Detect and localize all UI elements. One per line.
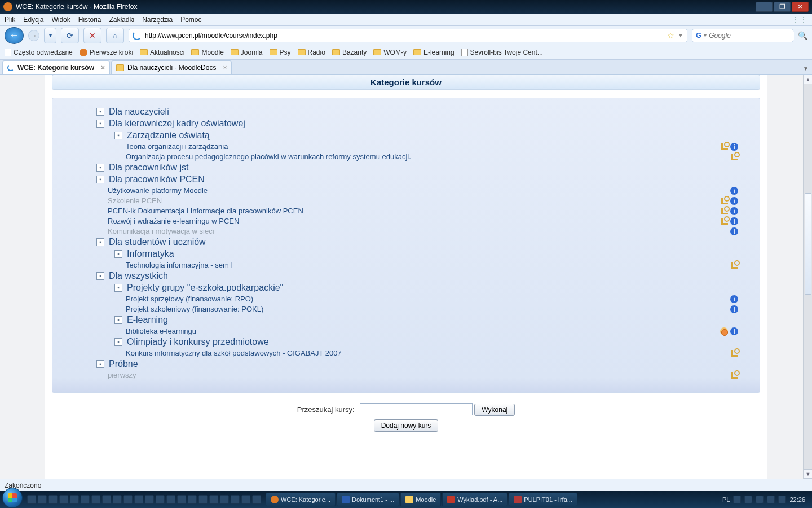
language-indicator[interactable]: PL (722, 496, 730, 503)
bookmark-item[interactable]: Bażanty (332, 49, 367, 56)
start-button[interactable] (2, 488, 23, 508)
collapse-icon[interactable]: ▪ (114, 132, 122, 139)
category-link[interactable]: ▪Projekty grupy "e-szkoła.podkarpackie" (114, 283, 749, 293)
course-link[interactable]: Szkolenie PCENi (108, 196, 749, 205)
tray-icon[interactable] (744, 496, 752, 503)
menu-widok[interactable]: Widok (51, 16, 70, 24)
search-go-button[interactable]: 🔍 (798, 31, 807, 40)
url-history-dropdown[interactable]: ▼ (678, 32, 683, 38)
info-icon[interactable]: i (730, 295, 738, 303)
course-search-button[interactable]: Wykonaj (474, 404, 515, 416)
tab-close-button[interactable]: × (101, 64, 105, 72)
collapse-icon[interactable]: ▪ (114, 284, 122, 292)
category-link[interactable]: ▪E-learning (114, 315, 749, 325)
category-link[interactable]: ▪Dla nauczycieli (96, 107, 749, 117)
address-bar[interactable]: ☆ ▼ (129, 29, 687, 42)
info-icon[interactable]: i (730, 187, 738, 195)
back-button[interactable]: ← (5, 27, 24, 44)
taskbar-button[interactable]: WCE: Kategorie... (266, 493, 336, 506)
quick-launch-icon[interactable] (91, 495, 100, 504)
bookmark-item[interactable]: Sevroll-bis Twoje Cent... (461, 49, 543, 56)
info-icon[interactable]: i (730, 197, 738, 205)
bookmark-item[interactable]: Aktualności (140, 49, 184, 56)
collapse-icon[interactable]: ▪ (96, 238, 104, 246)
minimize-button[interactable]: — (756, 2, 773, 12)
scroll-down-button[interactable]: ▼ (804, 469, 812, 479)
quick-launch-icon[interactable] (209, 495, 218, 504)
quick-launch-icon[interactable] (231, 495, 240, 504)
info-icon[interactable]: i (730, 227, 738, 235)
category-link[interactable]: ▪Dla wszystkich (96, 271, 749, 281)
quick-launch-icon[interactable] (134, 495, 143, 504)
scroll-up-button[interactable]: ▲ (804, 75, 812, 84)
quick-launch-icon[interactable] (38, 495, 47, 504)
quick-launch-icon[interactable] (27, 495, 36, 504)
course-link[interactable]: Organizacja procesu pedagogicznego placó… (126, 152, 749, 161)
taskbar-button[interactable]: Moodle (400, 493, 441, 506)
add-new-course-button[interactable]: Dodaj nowy kurs (374, 419, 439, 432)
info-icon[interactable]: i (730, 217, 738, 225)
course-link[interactable]: Użytkowanie platformy Moodlei (108, 186, 749, 195)
quick-launch-icon[interactable] (123, 495, 133, 504)
course-link[interactable]: Projekt sprzętowy (finansowanie: RPO)i (126, 295, 749, 303)
quick-launch-icon[interactable] (81, 495, 90, 504)
collapse-icon[interactable]: ▪ (96, 164, 104, 172)
category-link[interactable]: ▪Dla pracowników PCEN (96, 174, 749, 185)
quick-launch-icon[interactable] (188, 495, 197, 504)
info-icon[interactable]: i (730, 143, 738, 151)
category-link[interactable]: ▪Olimpiady i konkursy przedmiotowe (114, 337, 749, 347)
bookmark-item[interactable]: Joomla (231, 49, 263, 56)
bookmark-item[interactable]: Pierwsze kroki (80, 49, 133, 56)
course-link[interactable]: Teoria organizacji i zarządzaniai (126, 142, 749, 151)
taskbar-button[interactable]: Wyklad.pdf - A... (442, 493, 508, 506)
category-link[interactable]: ▪Zarządzanie oświatą (114, 130, 749, 141)
course-link[interactable]: Konkurs informatyczny dla szkół podstawo… (126, 349, 749, 357)
course-link[interactable]: PCEN-ik Dokumentacja i Informacje dla pr… (108, 207, 749, 215)
bookmark-item[interactable]: Psy (270, 49, 291, 56)
quick-launch-icon[interactable] (220, 495, 229, 504)
info-icon[interactable]: i (730, 305, 738, 313)
taskbar-button[interactable]: PULPIT01 - Irfa... (509, 493, 577, 506)
search-box[interactable]: G ▾ (692, 29, 793, 42)
course-link[interactable]: pierwszy (108, 371, 749, 379)
tray-icon[interactable] (756, 496, 764, 503)
course-link[interactable]: Biblioteka e-learningui (126, 327, 749, 335)
quick-launch-icon[interactable] (156, 495, 165, 504)
menu-zakładki[interactable]: Zakładki (109, 16, 134, 24)
quick-launch-icon[interactable] (252, 495, 261, 504)
category-link[interactable]: ▪Dla studentów i uczniów (96, 237, 749, 247)
reload-button[interactable]: ⟳ (61, 28, 79, 43)
tab-list-dropdown[interactable]: ▼ (800, 63, 812, 74)
collapse-icon[interactable]: ▪ (114, 250, 122, 258)
course-link[interactable]: Projekt szkoleniowy (finansowanie: POKL)… (126, 305, 749, 313)
tray-icon[interactable] (778, 496, 786, 503)
search-input[interactable] (709, 32, 794, 40)
menu-narzędzia[interactable]: Narzędzia (142, 16, 173, 24)
menu-edycja[interactable]: Edycja (23, 16, 43, 24)
tray-icon[interactable] (767, 496, 775, 503)
collapse-icon[interactable]: ▪ (96, 176, 104, 183)
category-link[interactable]: ▪Próbne (96, 359, 749, 369)
taskbar-button[interactable]: Dokument1 - ... (337, 493, 399, 506)
category-link[interactable]: ▪Informatyka (114, 249, 749, 259)
collapse-icon[interactable]: ▪ (96, 108, 104, 116)
category-link[interactable]: ▪Dla kierowniczej kadry oświatowej (96, 119, 749, 129)
bookmark-item[interactable]: Radio (298, 49, 325, 56)
close-button[interactable]: ✕ (792, 2, 809, 12)
info-icon[interactable]: i (730, 327, 738, 335)
menu-plik[interactable]: Plik (5, 16, 15, 24)
url-input[interactable] (145, 32, 664, 40)
quick-launch-icon[interactable] (48, 495, 58, 504)
bookmark-item[interactable]: Często odwiedzane (5, 49, 73, 56)
quick-launch-icon[interactable] (177, 495, 186, 504)
browser-tab[interactable]: Dla nauczycieli - MoodleDocs× (111, 60, 232, 74)
info-icon[interactable]: i (730, 207, 738, 215)
course-search-input[interactable] (360, 403, 473, 415)
collapse-icon[interactable]: ▪ (96, 360, 104, 368)
course-link[interactable]: Rozwój i wdrażanie e-learningu w PCENi (108, 217, 749, 225)
vertical-scrollbar[interactable]: ▲ ▼ (803, 75, 812, 479)
browser-tab[interactable]: WCE: Kategorie kursów× (2, 60, 110, 74)
history-dropdown-button[interactable]: ▾ (44, 28, 56, 43)
course-link[interactable]: Technologia informacyjna - sem I (126, 261, 749, 269)
tab-close-button[interactable]: × (223, 64, 227, 72)
